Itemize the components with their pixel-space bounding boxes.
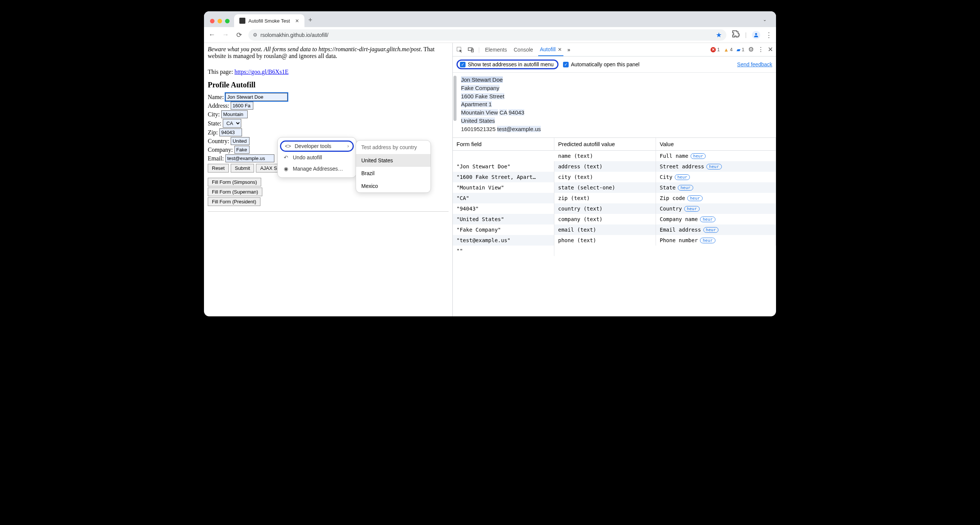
error-count[interactable]: ✕1 xyxy=(711,47,719,53)
info-count[interactable]: ▰1 xyxy=(737,47,745,53)
cell-predicted: Phone numberheur xyxy=(656,235,776,246)
forward-button: → xyxy=(221,31,229,39)
cell-field: city (text) xyxy=(554,172,656,182)
scrollbar[interactable] xyxy=(453,74,457,316)
addr-city: Mountain View xyxy=(461,109,498,116)
addr-email: test@example.us xyxy=(497,126,541,132)
address-input[interactable] xyxy=(231,102,253,110)
ctx-developer-tools[interactable]: <> Developer tools › xyxy=(280,140,354,152)
country-input[interactable] xyxy=(231,137,250,145)
close-panel-icon[interactable]: ✕ xyxy=(558,47,562,53)
close-tab-icon[interactable]: ✕ xyxy=(295,18,299,24)
cell-value: "Mountain View" xyxy=(453,182,554,193)
address-preview: Jon Stewart Doe Fake Company 1600 Fake S… xyxy=(453,73,776,138)
ctx-manage-addresses[interactable]: ◉ Manage Addresses… xyxy=(278,163,356,174)
address-label: Address: xyxy=(208,102,229,109)
name-input[interactable] xyxy=(226,93,288,101)
city-input[interactable] xyxy=(221,110,248,118)
autofill-options-bar: ✓ Show test addresses in autofill menu ✓… xyxy=(453,56,776,73)
heur-badge: heur xyxy=(687,195,703,201)
country-option-us[interactable]: United States xyxy=(356,154,431,167)
cell-value: "CA" xyxy=(453,193,554,203)
fill-president-button[interactable]: Fill Form (President) xyxy=(208,197,261,206)
url-text: rsolomakhin.github.io/autofill/ xyxy=(261,32,329,38)
cell-predicted: Zip codeheur xyxy=(656,193,776,203)
thispage-link[interactable]: https://goo.gl/B6Xs1E xyxy=(234,69,289,75)
ctx-undo-label: Undo autofill xyxy=(293,155,322,160)
autofill-table: Form field Predicted autofill value Valu… xyxy=(453,138,776,256)
submit-button[interactable]: Submit xyxy=(231,164,254,172)
zip-input[interactable] xyxy=(220,128,242,136)
addr-zip: 94043 xyxy=(508,109,524,116)
cell-predicted: Stateheur xyxy=(656,182,776,193)
chrome-icon: ◉ xyxy=(283,166,289,172)
fill-superman-button[interactable]: Fill Form (Superman) xyxy=(208,188,262,196)
state-select[interactable]: CA xyxy=(223,119,241,128)
col-value: Value xyxy=(656,138,776,151)
tab-console[interactable]: Console xyxy=(512,44,535,56)
close-window-icon[interactable] xyxy=(210,19,215,23)
more-tabs-icon[interactable]: » xyxy=(567,47,570,53)
bookmark-star-icon[interactable]: ★ xyxy=(716,31,722,39)
cell-field: state (select-one) xyxy=(554,182,656,193)
browser-menu-button[interactable]: ⋮ xyxy=(765,31,772,39)
checkbox-checked-icon[interactable]: ✓ xyxy=(563,62,569,67)
cell-predicted: Street addressheur xyxy=(656,161,776,172)
page-content: Beware what you post. All forms send dat… xyxy=(204,43,452,316)
reset-button[interactable]: Reset xyxy=(208,164,229,172)
extensions-icon[interactable] xyxy=(732,30,740,40)
email-input[interactable] xyxy=(226,155,274,162)
tab-overflow-button[interactable]: ⌄ xyxy=(760,15,769,24)
devtools-tabbar: | Elements Console Autofill✕ » ✕1 ▲4 ▰1 … xyxy=(453,43,776,56)
heur-badge: heur xyxy=(684,206,700,212)
show-test-addresses-option[interactable]: ✓ Show test addresses in autofill menu xyxy=(457,59,558,69)
heur-badge: heur xyxy=(706,164,722,169)
checkbox-checked-icon[interactable]: ✓ xyxy=(460,62,466,67)
new-tab-button[interactable]: + xyxy=(308,16,312,24)
country-option-brazil[interactable]: Brazil xyxy=(356,167,431,180)
ctx-undo-autofill[interactable]: ↶ Undo autofill xyxy=(278,152,356,163)
code-icon: <> xyxy=(285,143,291,149)
window-controls xyxy=(210,19,229,23)
minimize-window-icon[interactable] xyxy=(218,19,222,23)
country-option-mexico[interactable]: Mexico xyxy=(356,180,431,193)
country-label: Country: xyxy=(208,138,229,145)
autofill-context-menu: <> Developer tools › ↶ Undo autofill ◉ M… xyxy=(277,137,431,193)
fill-simpsons-button[interactable]: Fill Form (Simpsons) xyxy=(208,178,261,187)
tab-autofill[interactable]: Autofill✕ xyxy=(538,43,563,56)
settings-icon[interactable]: ⚙ xyxy=(748,46,754,53)
company-input[interactable] xyxy=(234,146,250,154)
cell-value: "94043" xyxy=(453,203,554,214)
devtools-panel: | Elements Console Autofill✕ » ✕1 ▲4 ▰1 … xyxy=(452,43,776,316)
reload-button[interactable]: ⟳ xyxy=(235,31,243,39)
devtools-menu-icon[interactable]: ⋮ xyxy=(757,46,764,53)
address-bar[interactable]: ⚙ rsolomakhin.github.io/autofill/ ★ xyxy=(248,29,726,41)
back-button[interactable]: ← xyxy=(208,31,216,39)
inspect-icon[interactable] xyxy=(456,46,463,53)
browser-tab[interactable]: Autofill Smoke Test ✕ xyxy=(234,14,304,27)
site-controls-icon[interactable]: ⚙ xyxy=(253,32,258,38)
favicon-icon xyxy=(239,18,245,24)
show-test-label: Show test addresses in autofill menu xyxy=(468,61,554,67)
cell-value: "" xyxy=(453,246,554,256)
maximize-window-icon[interactable] xyxy=(225,19,229,23)
warning-count[interactable]: ▲4 xyxy=(724,47,733,53)
heur-badge: heur xyxy=(690,153,706,159)
addr-state: CA xyxy=(500,109,507,116)
tab-elements[interactable]: Elements xyxy=(484,44,508,56)
divider xyxy=(208,211,449,212)
auto-open-option[interactable]: ✓ Automatically open this panel xyxy=(563,61,640,67)
browser-toolbar: ← → ⟳ ⚙ rsolomakhin.github.io/autofill/ … xyxy=(204,27,776,43)
profile-button[interactable] xyxy=(752,31,760,39)
company-label: Company: xyxy=(208,147,233,153)
addr-apt: Apartment 1 xyxy=(461,101,492,107)
heur-badge: heur xyxy=(700,217,716,222)
device-toggle-icon[interactable] xyxy=(467,46,474,53)
cell-field: email (text) xyxy=(554,225,656,235)
close-devtools-icon[interactable]: ✕ xyxy=(768,46,773,53)
cell-value: "test@example.us" xyxy=(453,235,554,246)
page-heading: Profile Autofill xyxy=(208,81,449,89)
cell-value: "1600 Fake Street, Apart… xyxy=(453,172,554,182)
email-label: Email: xyxy=(208,155,224,162)
send-feedback-link[interactable]: Send feedback xyxy=(737,61,772,67)
